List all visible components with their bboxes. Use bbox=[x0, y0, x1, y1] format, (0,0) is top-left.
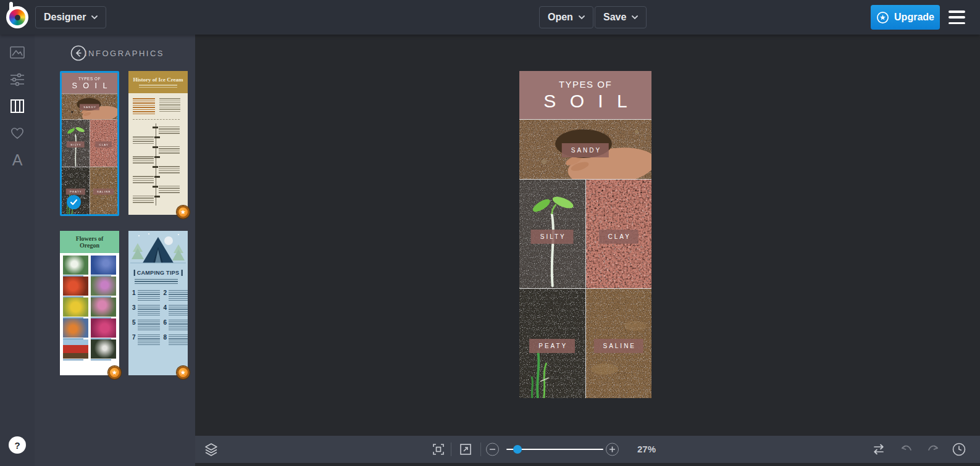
designer-menu-label: Designer bbox=[44, 12, 86, 23]
mini-label-clay: CLAY bbox=[95, 141, 112, 148]
redo-icon[interactable] bbox=[926, 443, 940, 456]
template-thumb-flowers-of-oregon[interactable]: Flowers of Oregon ★ bbox=[60, 231, 119, 375]
save-button[interactable]: Save bbox=[595, 6, 647, 28]
flowers-header: Flowers of Oregon bbox=[60, 231, 119, 253]
upgrade-button[interactable]: Upgrade bbox=[871, 5, 940, 30]
mini-photo-silty: SILTY bbox=[62, 120, 90, 167]
tip-block: 5 bbox=[132, 320, 160, 330]
divider bbox=[451, 443, 451, 456]
open-button-label: Open bbox=[548, 12, 573, 23]
tip-block: 6 bbox=[164, 320, 188, 330]
tip-block: 3 bbox=[132, 305, 160, 315]
flower-photo bbox=[91, 318, 116, 338]
camping-title: CAMPING TIPS bbox=[134, 270, 183, 276]
upgrade-button-label: Upgrade bbox=[894, 12, 934, 23]
chevron-down-icon bbox=[579, 14, 585, 20]
infographic-header: TYPES OF S O I L bbox=[519, 71, 651, 119]
label-peaty: PEATY bbox=[529, 339, 575, 353]
compare-icon[interactable] bbox=[872, 443, 886, 456]
selected-check-badge bbox=[67, 195, 81, 209]
tip-block: 7 bbox=[132, 335, 160, 345]
soil-photo-peaty: PEATY bbox=[519, 289, 585, 398]
star-icon: ★ bbox=[112, 369, 117, 376]
help-button[interactable]: ? bbox=[9, 436, 26, 454]
logo-hub bbox=[15, 15, 20, 20]
mini-label-saline: SALINE bbox=[93, 189, 114, 195]
open-button[interactable]: Open bbox=[539, 6, 593, 28]
flower-photo bbox=[63, 339, 88, 359]
label-sandy: SANDY bbox=[562, 143, 609, 157]
star-icon: ★ bbox=[180, 209, 186, 215]
canvas-area[interactable]: TYPES OF S O I L SANDY bbox=[195, 35, 980, 466]
timeline-event bbox=[133, 196, 154, 203]
bottom-toolbar: 27% bbox=[195, 436, 980, 463]
mini-photo-sandy: SANDY bbox=[62, 94, 117, 119]
camping-scene bbox=[128, 231, 188, 269]
label-clay: CLAY bbox=[599, 230, 639, 244]
panel-title: INFOGRAPHICS bbox=[85, 49, 164, 58]
tip-block: 2 bbox=[164, 290, 188, 301]
template-thumb-camping-tips[interactable]: CAMPING TIPS 1 2 3 4 5 6 7 8 ★ bbox=[128, 231, 188, 375]
templates-icon[interactable] bbox=[9, 98, 25, 114]
befunky-logo[interactable] bbox=[6, 6, 28, 28]
check-icon bbox=[70, 198, 78, 206]
label-saline: SALINE bbox=[593, 339, 643, 353]
designer-menu-button[interactable]: Designer bbox=[35, 6, 106, 28]
thumbnail-preview: TYPES OF S O I L SANDY bbox=[62, 73, 117, 214]
tip-block: 1 bbox=[132, 290, 160, 301]
tip-block: 8 bbox=[164, 335, 188, 345]
chevron-down-icon bbox=[91, 14, 98, 20]
templates-panel: INFOGRAPHICS TYPES OF S O I L bbox=[35, 35, 195, 466]
mini-label-silty: SILTY bbox=[67, 141, 85, 148]
mini-infographic-header: TYPES OF S O I L bbox=[62, 73, 117, 94]
thumbnail-preview: History of Ice Cream bbox=[128, 71, 188, 215]
mini-title-line1: TYPES OF bbox=[78, 76, 101, 80]
flower-grid bbox=[60, 253, 119, 361]
text-placeholder bbox=[159, 98, 180, 112]
mini-label-peaty: PEATY bbox=[66, 189, 85, 195]
camping-tips-grid: 1 2 3 4 5 6 7 8 bbox=[132, 290, 185, 345]
history-clock-icon[interactable] bbox=[952, 442, 966, 457]
photos-icon[interactable] bbox=[9, 44, 25, 60]
favorites-heart-icon[interactable] bbox=[9, 125, 25, 141]
flower-photo bbox=[91, 277, 116, 296]
text-placeholder bbox=[133, 98, 155, 114]
timeline-event bbox=[133, 136, 154, 144]
timeline-event bbox=[159, 127, 180, 134]
label-silty: SILTY bbox=[531, 230, 574, 244]
star-circle-icon bbox=[876, 11, 889, 24]
timeline-line bbox=[156, 123, 156, 206]
ice-cream-title: History of Ice Cream bbox=[133, 77, 183, 83]
save-button-label: Save bbox=[603, 12, 626, 23]
text-tool-icon[interactable]: A bbox=[9, 152, 25, 168]
premium-star-badge: ★ bbox=[108, 366, 121, 379]
mini-title-line2: S O I L bbox=[70, 81, 109, 91]
timeline-event bbox=[159, 146, 180, 154]
layers-icon[interactable] bbox=[204, 442, 219, 457]
text-placeholder bbox=[139, 85, 177, 88]
hamburger-menu-icon[interactable] bbox=[949, 10, 965, 24]
divider bbox=[480, 443, 481, 456]
flower-photo bbox=[91, 297, 116, 317]
zoom-out-button[interactable] bbox=[486, 443, 499, 456]
template-thumb-history-of-ice-cream[interactable]: History of Ice Cream ★ bbox=[128, 71, 188, 215]
flower-photo bbox=[63, 256, 88, 275]
timeline-event bbox=[133, 156, 154, 164]
infographic-canvas-object[interactable]: TYPES OF S O I L SANDY bbox=[519, 71, 651, 398]
mini-label-sandy: SANDY bbox=[80, 104, 99, 110]
undo-icon[interactable] bbox=[900, 443, 913, 456]
top-bar: Designer Open Save Upgrade bbox=[0, 0, 980, 35]
template-thumb-types-of-soil[interactable]: TYPES OF S O I L SANDY bbox=[60, 71, 119, 216]
fit-to-screen-icon[interactable] bbox=[432, 443, 445, 456]
adjustments-icon[interactable] bbox=[9, 72, 25, 88]
ice-cream-header: History of Ice Cream bbox=[128, 71, 188, 93]
timeline-event bbox=[159, 166, 180, 173]
zoom-slider-handle[interactable] bbox=[513, 445, 522, 454]
zoom-in-button[interactable] bbox=[606, 443, 619, 456]
infographic-title-line1: TYPES OF bbox=[559, 79, 612, 89]
flower-photo bbox=[91, 339, 116, 359]
soil-photo-sandy: SANDY bbox=[519, 120, 651, 179]
fullscreen-icon[interactable] bbox=[459, 443, 472, 456]
flower-photo bbox=[63, 318, 88, 338]
soil-photo-clay: CLAY bbox=[586, 180, 652, 288]
